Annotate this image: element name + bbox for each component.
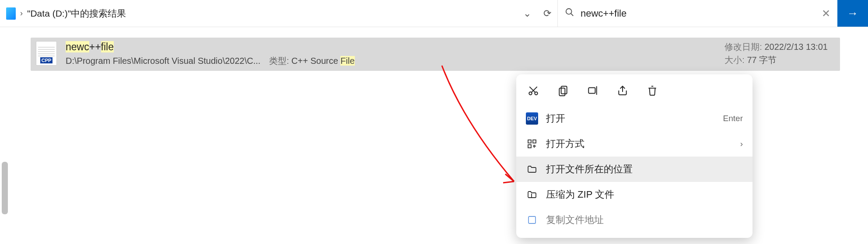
menu-open-with[interactable]: 打开方式 › bbox=[516, 131, 752, 157]
file-meta: D:\Program Files\Microsoft Visual Studio… bbox=[66, 55, 355, 67]
svg-rect-14 bbox=[528, 216, 536, 223]
copy-path-icon bbox=[526, 214, 538, 226]
svg-rect-10 bbox=[528, 140, 531, 143]
svg-rect-11 bbox=[533, 140, 536, 143]
context-menu: DEV 打开 Enter 打开方式 › 打开文件所在的位置 压缩为 ZIP 文件… bbox=[516, 74, 752, 238]
cpp-badge-icon: CPP bbox=[40, 57, 53, 63]
open-with-icon bbox=[526, 138, 538, 150]
svg-point-0 bbox=[566, 9, 572, 14]
menu-open[interactable]: DEV 打开 Enter bbox=[516, 106, 752, 131]
scrollbar-thumb[interactable] bbox=[2, 162, 8, 214]
menu-copy-path[interactable]: 复制文件地址 bbox=[516, 207, 752, 233]
top-bar: › "Data (D:)"中的搜索结果 ⌄ ⟳ ✕ → bbox=[0, 0, 868, 27]
svg-rect-6 bbox=[561, 86, 567, 94]
svg-rect-7 bbox=[559, 88, 565, 96]
result-right-meta: 修改日期: 2022/2/13 13:01 大小: 77 字节 bbox=[724, 40, 828, 66]
menu-compress-zip[interactable]: 压缩为 ZIP 文件 bbox=[516, 182, 752, 207]
shortcut-hint: Enter bbox=[723, 114, 743, 123]
file-path: D:\Program Files\Microsoft Visual Studio… bbox=[66, 56, 260, 66]
file-thumbnail: CPP bbox=[36, 41, 57, 66]
result-row[interactable]: CPP newc++file D:\Program Files\Microsof… bbox=[31, 38, 840, 71]
search-icon bbox=[565, 7, 574, 19]
devcpp-icon: DEV bbox=[526, 112, 538, 125]
history-dropdown-icon[interactable]: ⌄ bbox=[523, 8, 531, 19]
svg-rect-8 bbox=[588, 88, 595, 94]
drive-icon bbox=[6, 7, 16, 20]
delete-icon[interactable] bbox=[645, 83, 660, 98]
chevron-right-icon: › bbox=[740, 139, 743, 149]
menu-open-location[interactable]: 打开文件所在的位置 bbox=[516, 157, 752, 182]
address-text: "Data (D:)"中的搜索结果 bbox=[27, 7, 126, 20]
search-go-button[interactable]: → bbox=[837, 0, 868, 27]
modified-date: 2022/2/13 13:01 bbox=[764, 42, 828, 52]
result-text: newc++file D:\Program Files\Microsoft Vi… bbox=[66, 41, 355, 67]
cut-icon[interactable] bbox=[526, 83, 541, 98]
results-area: CPP newc++file D:\Program Files\Microsof… bbox=[0, 27, 868, 71]
address-bar[interactable]: › "Data (D:)"中的搜索结果 ⌄ ⟳ bbox=[0, 0, 557, 27]
svg-rect-12 bbox=[528, 145, 531, 148]
zip-icon bbox=[526, 188, 538, 201]
svg-line-1 bbox=[571, 14, 574, 16]
file-name: newc++file bbox=[66, 41, 355, 53]
file-size: 77 字节 bbox=[747, 55, 777, 65]
folder-icon bbox=[526, 163, 538, 175]
search-box[interactable]: ✕ bbox=[557, 0, 837, 27]
chevron-right-icon[interactable]: › bbox=[20, 9, 23, 18]
rename-icon[interactable] bbox=[585, 83, 600, 98]
clear-search-icon[interactable]: ✕ bbox=[822, 7, 830, 20]
context-toolbar bbox=[516, 80, 752, 106]
share-icon[interactable] bbox=[615, 83, 630, 98]
refresh-icon[interactable]: ⟳ bbox=[543, 8, 551, 19]
copy-icon[interactable] bbox=[556, 83, 570, 98]
search-input[interactable] bbox=[581, 8, 816, 19]
